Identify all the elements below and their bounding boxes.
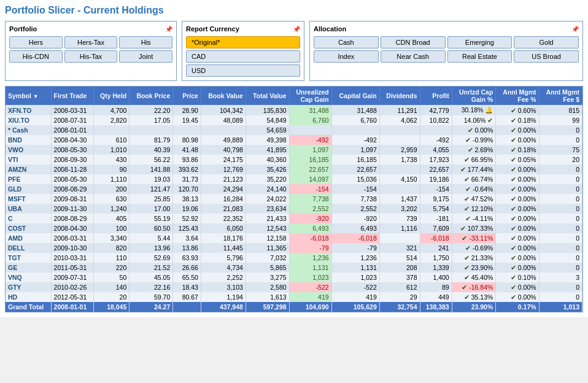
portfolio-btn-his[interactable]: His: [119, 36, 172, 48]
col-book-price[interactable]: Book Price: [130, 87, 173, 105]
cell-symbol: HD: [6, 292, 51, 302]
cell-first-trade: 2009-07-31: [51, 273, 94, 282]
alloc-btn-emerging[interactable]: Emerging: [447, 36, 513, 48]
cell-price: 19.06: [173, 204, 201, 214]
cell-dividends: 208: [379, 263, 420, 273]
cell-unrealized: 6,493: [289, 223, 331, 233]
col-total-value[interactable]: Total Value: [246, 87, 289, 105]
cell-fee-pct: ✔ 0.00%: [496, 292, 539, 302]
alloc-btn-near-cash[interactable]: Near Cash: [381, 50, 446, 63]
cell-qty: 820: [94, 243, 130, 253]
table-body: XFN.TO 2008-03-31 4,700 22.20 28.90 104,…: [6, 105, 582, 302]
alloc-btn-cdn-broad[interactable]: CDN Broad: [381, 36, 446, 48]
currency-btn-usd[interactable]: USD: [186, 64, 300, 77]
cell-price: 93.86: [173, 155, 201, 164]
table-row: GE 2011-05-31 220 21.52 26.66 4,734 5,86…: [6, 263, 582, 273]
cell-fee-dollar: 0: [539, 164, 582, 174]
data-table-wrap: Symbol ▼ First Trade Qty Held Book Price…: [5, 86, 583, 312]
portfolio-btn-hers-tax[interactable]: Hers-Tax: [64, 36, 118, 48]
table-row: AMZN 2008-11-28 90 141.88 393.62 12,769 …: [6, 164, 582, 174]
cell-price: [173, 125, 201, 135]
allocation-pin-icon[interactable]: 📌: [571, 26, 579, 33]
cell-cap-gain: 1,131: [331, 263, 379, 273]
portfolio-pin-icon[interactable]: 📌: [165, 26, 172, 33]
col-symbol[interactable]: Symbol ▼: [6, 87, 51, 105]
alloc-btn-index[interactable]: Index: [314, 50, 379, 63]
footer-unrealized: 104,690: [289, 302, 331, 312]
cell-qty: 1,240: [94, 204, 130, 214]
col-profit[interactable]: Profit: [420, 87, 452, 105]
col-book-value[interactable]: Book Value: [201, 87, 246, 105]
cell-book-price: 17.00: [130, 204, 173, 214]
cell-fee-pct: ✔ 0.18%: [496, 115, 539, 125]
cell-book-price: 141.88: [130, 164, 173, 174]
alloc-btn-us-broad[interactable]: US Broad: [514, 50, 579, 63]
cell-fee-pct: ✔ 0.00%: [496, 223, 539, 233]
cell-profit: -6,018: [420, 233, 452, 243]
cell-dividends: 4,062: [379, 115, 420, 125]
cell-profit: 9,175: [420, 194, 452, 204]
cell-pct: 14.06% ✔: [452, 115, 496, 125]
portfolio-btn-his-cdn[interactable]: His-CDN: [9, 50, 63, 63]
col-first-trade[interactable]: First Trade: [51, 87, 94, 105]
portfolio-btn-joint[interactable]: Joint: [119, 50, 172, 63]
cell-cap-gain: 6,760: [331, 115, 379, 125]
cell-price: 125.43: [173, 223, 201, 233]
cell-dividends: 1,437: [379, 194, 420, 204]
col-annl-mgmt-fee-dollar[interactable]: Annl MgmtFee $: [539, 87, 582, 105]
cell-qty: 610: [94, 135, 130, 145]
col-price[interactable]: Price: [173, 87, 201, 105]
cell-fee-pct: ✔ 0.00%: [496, 184, 539, 194]
cell-book-price: 40.39: [130, 145, 173, 155]
col-unrealized-cap-gain[interactable]: UnrealizedCap Gain: [289, 87, 331, 105]
cell-book-value: 22,352: [201, 214, 246, 223]
col-qty[interactable]: Qty Held: [94, 87, 130, 105]
cell-dividends: 612: [379, 282, 420, 292]
cell-book-price: 22.20: [130, 105, 173, 115]
cell-price: 38.13: [173, 194, 201, 204]
cell-unrealized: 1,236: [289, 253, 331, 263]
cell-qty: [94, 125, 130, 135]
cell-pct: ✔ 66.95%: [452, 155, 496, 164]
cell-book-value: 49,889: [201, 135, 246, 145]
table-row: PFE 2008-05-30 1,110 19.03 31.73 21,123 …: [6, 174, 582, 184]
cell-total-value: 135,830: [246, 105, 289, 115]
cell-total-value: 35,220: [246, 174, 289, 184]
col-unrlzd-pct[interactable]: Unrlzd CapGain %: [452, 87, 496, 105]
alloc-btn-gold[interactable]: Gold: [514, 36, 579, 48]
portfolio-btn-hers[interactable]: Hers: [9, 36, 63, 48]
cell-qty: 430: [94, 155, 130, 164]
cell-qty: 20: [94, 292, 130, 302]
currency-panel-title: Report Currency 📌: [186, 25, 300, 33]
cell-book-value: 4,734: [201, 263, 246, 273]
cell-fee-dollar: 75: [539, 145, 582, 155]
col-annl-mgmt-fee-pct[interactable]: Annl MgmtFee %: [496, 87, 539, 105]
cell-pct: ✔ 45.40%: [452, 273, 496, 282]
cell-fee-dollar: 0: [539, 204, 582, 214]
cell-unrealized: 31,488: [289, 105, 331, 115]
col-capital-gain[interactable]: Capital Gain: [331, 87, 379, 105]
cell-fee-dollar: 0: [539, 214, 582, 223]
portfolio-btn-his-tax[interactable]: His-Tax: [64, 50, 118, 63]
alloc-btn-cash[interactable]: Cash: [314, 36, 379, 48]
cell-pct: ✔ -0.64%: [452, 184, 496, 194]
cell-total-value: 40,360: [246, 155, 289, 164]
cell-pct: ✔ -0.69%: [452, 243, 496, 253]
cell-price: 41.48: [173, 145, 201, 155]
col-dividends[interactable]: Dividends: [379, 87, 420, 105]
cell-total-value: 7,032: [246, 253, 289, 263]
currency-btn-original[interactable]: *Original*: [186, 36, 300, 48]
cell-book-value: [201, 125, 246, 135]
cell-book-price: 22.16: [130, 282, 173, 292]
footer-price: [173, 302, 201, 312]
cell-unrealized: -79: [289, 243, 331, 253]
currency-pin-icon[interactable]: 📌: [293, 26, 300, 33]
cell-cap-gain: [331, 125, 379, 135]
currency-btn-cad[interactable]: CAD: [186, 50, 300, 63]
alloc-btn-real-estate[interactable]: Real Estate: [447, 50, 513, 63]
cell-first-trade: 2008-03-31: [51, 233, 94, 243]
cell-fee-pct: ✔ 0.00%: [496, 204, 539, 214]
footer-book-value: 437,948: [201, 302, 246, 312]
cell-qty: 110: [94, 253, 130, 263]
cell-fee-pct: ✔ 0.00%: [496, 233, 539, 243]
